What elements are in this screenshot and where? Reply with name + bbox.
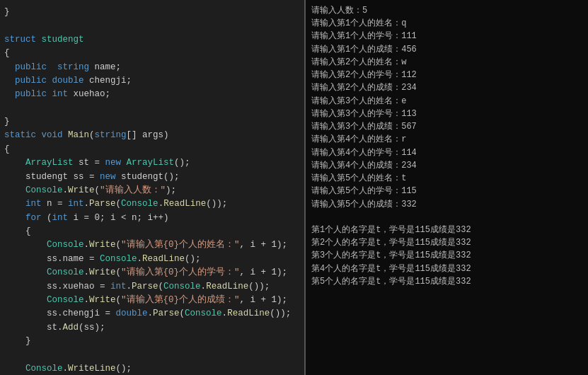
- code-panel: } struct studengt { public string name; …: [0, 0, 304, 375]
- terminal-panel: 请输入人数：5 请输入第1个人的姓名：q 请输入第1个人的学号：111 请输入第…: [304, 0, 588, 375]
